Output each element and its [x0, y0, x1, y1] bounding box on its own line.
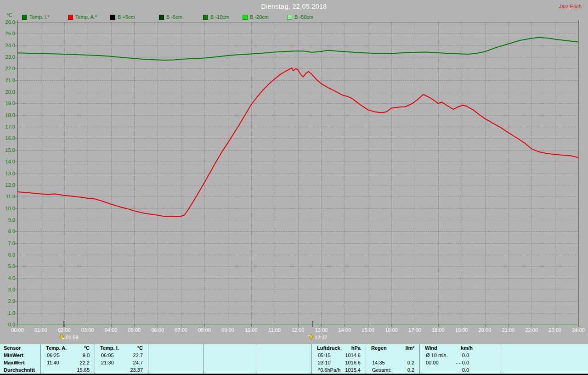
y-axis-tick [15, 22, 17, 22]
legend-color-swatch-icon [68, 15, 73, 20]
table-section-luftdruck: LuftdruckhPa05:151014.623:101016.6^0.6hP… [312, 344, 365, 374]
x-axis-tick [438, 325, 439, 327]
sensor-name-label: Temp. I. [95, 344, 119, 352]
sun-event-marker: 01:58 [59, 334, 79, 341]
stat-time-cell [204, 366, 209, 374]
y-axis-tick-label: 15.0 [0, 148, 15, 153]
sun-down-icon [59, 334, 65, 341]
y-axis-tick-label: 18.0 [0, 113, 15, 118]
table-section-empty [204, 344, 256, 374]
x-axis-tick [531, 325, 532, 327]
stat-value-cell [198, 352, 203, 359]
stat-value-cell: 22.7 [133, 352, 147, 359]
x-axis-tick-label: 00:00 [7, 327, 28, 333]
table-row: 15.65 [41, 366, 94, 374]
stat-value-cell: 9.0 [83, 352, 94, 359]
y-axis-unit-label: °C [6, 12, 12, 18]
series-line-temp-i- [17, 38, 578, 60]
x-axis-tick [181, 325, 181, 327]
y-axis-tick [15, 34, 17, 34]
stat-value-cell: 0.0 [462, 366, 499, 374]
x-axis-tick [462, 325, 462, 327]
y-axis-tick [15, 68, 17, 69]
stat-time-cell: 14:35 [366, 359, 385, 366]
legend-color-swatch-icon [287, 15, 292, 20]
y-axis-tick-label: 6.0 [0, 252, 15, 257]
stat-time-cell [257, 352, 263, 359]
stat-value-cell: 0.2 [407, 359, 419, 366]
y-axis-tick [15, 231, 17, 232]
stat-time-cell [148, 366, 154, 374]
x-axis-tick [41, 325, 41, 327]
user-name-label: Jarz Erich [559, 4, 582, 9]
y-axis-tick-label: 23.0 [0, 55, 15, 60]
table-row-label: Sensor [4, 344, 35, 352]
x-axis-tick-label: 08:00 [194, 327, 215, 333]
y-axis-tick [15, 162, 17, 162]
y-axis-tick [15, 127, 17, 127]
x-axis-tick-label: 24:00 [568, 327, 588, 333]
stat-value-cell: 22.2 [80, 359, 94, 366]
legend-item-label: Temp. A.* [75, 14, 97, 20]
legend-item: Temp. I.* [22, 14, 49, 20]
stat-time-cell [148, 352, 154, 359]
x-axis-tick-label: 14:00 [334, 327, 355, 333]
y-axis-tick [15, 45, 17, 46]
table-row [148, 359, 203, 366]
sensor-name-label [148, 344, 153, 352]
y-axis-tick [15, 103, 17, 104]
table-row-label: Durchschnitt [4, 366, 35, 374]
stat-time-cell: 06:25 [41, 352, 60, 359]
y-axis-tick-label: 5.0 [0, 264, 15, 269]
stat-value-cell [198, 359, 203, 366]
stat-value-cell: 1014.6 [345, 352, 365, 359]
y-axis-tick-label: 21.0 [0, 78, 15, 83]
x-axis-tick-label: 06:00 [147, 327, 168, 333]
sensor-name-label: Wind [420, 344, 437, 352]
table-section-temp-i-: Temp. I.°C06:0522.721:3024.723.37 [95, 344, 147, 374]
temperature-curves-plot [17, 22, 578, 325]
sensor-name-label: Luftdruck [312, 344, 340, 352]
table-row [366, 352, 419, 359]
legend-color-swatch-icon [243, 15, 248, 20]
y-axis-tick [15, 185, 17, 185]
stat-value-cell [252, 359, 256, 366]
series-line-temp-a- [17, 68, 578, 217]
table-section-header: Temp. I.°C [95, 344, 147, 352]
sensor-unit-label: km/h [461, 344, 499, 352]
table-section-header: LuftdruckhPa [312, 344, 365, 352]
x-axis-tick [158, 325, 158, 327]
sensor-unit-label: °C [137, 344, 147, 352]
x-axis-tick-label: 07:00 [171, 327, 191, 333]
stat-value-cell: 1015.4 [345, 366, 365, 374]
sun-event-axis-tick [312, 321, 313, 327]
y-axis-tick [15, 255, 17, 255]
x-axis-tick-label: 11:00 [265, 327, 285, 333]
legend-item: Temp. A.* [68, 14, 97, 20]
stat-value-cell: 0.2 [407, 366, 419, 374]
stat-time-cell [95, 366, 101, 374]
sun-event-marker: 12:37 [308, 334, 328, 341]
stat-time-cell [257, 366, 263, 374]
sensor-unit-label: hPa [351, 344, 365, 352]
table-row: 23:101016.6 [312, 359, 365, 366]
y-axis-tick-label: 17.0 [0, 124, 15, 129]
stat-time-cell [420, 366, 426, 374]
table-row: 06:259.0 [41, 352, 94, 359]
y-axis-tick [15, 196, 17, 197]
table-row-label: MaxWert [4, 359, 35, 366]
stat-value-cell [198, 366, 203, 374]
y-axis-tick-label: 24.0 [0, 43, 15, 48]
y-axis-tick-label: 10.0 [0, 206, 15, 211]
stat-time-cell: 21:30 [95, 359, 114, 366]
y-axis-tick-label: 16.0 [0, 136, 15, 141]
x-axis-tick-label: 04:00 [101, 327, 121, 333]
stat-time-cell [148, 359, 154, 366]
legend-item: B -20cm [243, 14, 269, 20]
y-axis-tick [15, 243, 17, 244]
table-section-header [148, 344, 203, 352]
table-row: 0.0 [420, 366, 499, 374]
stat-value-cell [306, 366, 311, 374]
y-axis-tick-label: 20.0 [0, 90, 15, 95]
x-axis-tick-label: 22:00 [521, 327, 542, 333]
